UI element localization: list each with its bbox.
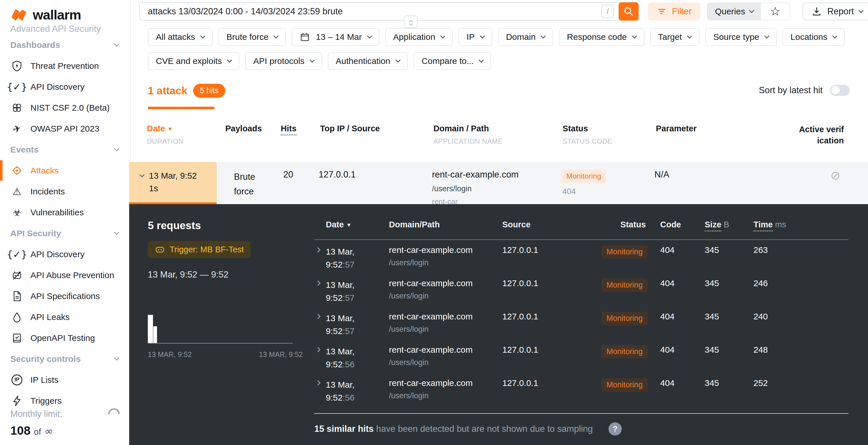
- shield-bolt-icon: [11, 60, 23, 72]
- sidebar-item-nist-csf[interactable]: NIST CSF 2.0 (Beta): [0, 97, 130, 118]
- filter-chip-ip[interactable]: IP: [458, 28, 492, 46]
- chevron-down-icon: [274, 33, 279, 38]
- search-icon: [623, 6, 634, 17]
- sidebar-item-owasp-api[interactable]: ✈ OWASP API 2023: [0, 118, 130, 139]
- sidebar-item-ip-lists[interactable]: IP IP Lists: [0, 369, 130, 390]
- nav-section-security-controls[interactable]: Security controls: [0, 348, 130, 369]
- sidebar-item-api-discovery-2[interactable]: {✓} API Discovery: [0, 244, 130, 265]
- requests-table-header: Date ▼ Domain/Path Source Status Code Si…: [314, 220, 848, 240]
- sidebar-item-api-discovery[interactable]: {✓} API Discovery: [0, 76, 130, 97]
- sidebar-item-api-leaks[interactable]: API Leaks: [0, 307, 130, 328]
- req-column-source: Source: [502, 220, 601, 229]
- sidebar-item-threat-prevention[interactable]: Threat Prevention: [0, 55, 130, 76]
- filter-chip-brute-force[interactable]: Brute force: [218, 28, 286, 46]
- request-row[interactable]: 13 Mar, 9:52:57 rent-car-example.com /us…: [314, 245, 848, 278]
- search-input[interactable]: [148, 6, 601, 16]
- filter-chip-locations[interactable]: Locations: [782, 28, 845, 46]
- chevron-right-icon: [315, 347, 320, 352]
- paper-plane-icon: ✈: [9, 121, 24, 136]
- queries-button[interactable]: Queries: [708, 3, 761, 20]
- status-badge: Monitoring: [601, 378, 648, 392]
- filter-chip-api-protocols[interactable]: API protocols: [245, 52, 322, 70]
- attack-row[interactable]: 13 Mar, 9:52 1s Brute force 20 127.0.0.1…: [129, 162, 868, 204]
- req-column-time[interactable]: Time ms: [748, 220, 848, 229]
- req-column-size[interactable]: Size B: [699, 220, 748, 229]
- filter-chip-source-type[interactable]: Source type: [705, 28, 777, 46]
- attack-detail-panel: 5 requests Trigger: MB BF-Test 13 Mar, 9…: [129, 204, 868, 445]
- axis-label-right: 13 MAR, 9:52: [259, 350, 303, 359]
- request-row[interactable]: 13 Mar, 9:52:56 rent-car-example.com /us…: [314, 378, 848, 411]
- sidebar-item-vulnerabilities[interactable]: ☣ Vulnerabilities: [0, 202, 130, 223]
- divider: [314, 413, 848, 414]
- attack-date-cell[interactable]: 13 Mar, 9:52 1s: [129, 162, 217, 206]
- filter-button[interactable]: Filter: [648, 3, 701, 20]
- status-badge: Monitoring: [601, 345, 648, 358]
- search-button[interactable]: [619, 2, 639, 21]
- chevron-right-icon: [315, 280, 320, 285]
- crosshair-icon: [11, 165, 23, 177]
- column-header-active-verification: Active verification: [798, 124, 844, 146]
- filter-chip-application[interactable]: Application: [385, 28, 453, 46]
- filter-chip-date-range[interactable]: 13 – 14 Mar: [291, 28, 379, 46]
- monthly-limit-used: 108: [10, 424, 30, 438]
- monthly-limit-of: of: [34, 427, 41, 437]
- attack-hits: 20: [276, 162, 319, 206]
- request-row[interactable]: 13 Mar, 9:52:57 rent-car-example.com /us…: [314, 312, 848, 345]
- chevron-down-icon: [309, 57, 315, 63]
- sort-toggle[interactable]: [830, 85, 849, 96]
- sidebar: wallarm Advanced API Security Dashboards…: [0, 0, 131, 445]
- trigger-badge[interactable]: Trigger: MB BF-Test: [148, 241, 251, 258]
- chevron-down-icon: [632, 33, 637, 38]
- sort-toggle-label: Sort by latest hit: [759, 85, 823, 96]
- nav-section-dashboards[interactable]: Dashboards: [0, 34, 130, 55]
- ip-circle-icon: IP: [11, 374, 23, 386]
- chevron-down-icon: [749, 8, 754, 13]
- attacks-table-header: Date ▼ DURATION Payloads Hits Top IP / S…: [131, 124, 868, 146]
- attack-parameter: N/A: [654, 162, 774, 206]
- robot-icon: [155, 244, 165, 254]
- column-header-domain: Domain / Path: [433, 124, 563, 133]
- filter-chip-compare-to[interactable]: Compare to...: [414, 52, 491, 70]
- report-button[interactable]: Report: [803, 3, 868, 20]
- filter-chip-authentication[interactable]: Authentication: [328, 52, 408, 70]
- sidebar-nav: Dashboards Threat Prevention {✓} API Dis…: [0, 34, 130, 411]
- attack-path: /users/login: [432, 184, 561, 193]
- brand[interactable]: wallarm: [0, 0, 130, 23]
- histogram-axis-labels: 13 MAR, 9:52 13 MAR, 9:52: [148, 350, 303, 359]
- status-badge: Monitoring: [601, 278, 648, 292]
- chevron-down-icon: [139, 172, 144, 177]
- attack-date: 13 Mar, 9:52: [149, 169, 197, 182]
- filter-chip-target[interactable]: Target: [650, 28, 700, 46]
- chevron-down-icon: [440, 33, 445, 38]
- calendar-icon: [300, 32, 310, 42]
- filter-chip-domain[interactable]: Domain: [498, 28, 553, 46]
- loading-spinner-icon: [106, 406, 122, 422]
- favorite-star-button[interactable]: ☆: [761, 3, 789, 20]
- help-button[interactable]: ?: [609, 422, 622, 436]
- nav-section-events[interactable]: Events: [0, 139, 130, 160]
- request-row[interactable]: 13 Mar, 9:52:57 rent-car-example.com /us…: [314, 278, 848, 312]
- requests-rows: 13 Mar, 9:52:57 rent-car-example.com /us…: [314, 245, 848, 411]
- chevron-down-icon: [479, 33, 485, 38]
- column-header-date[interactable]: Date ▼: [131, 124, 218, 133]
- histogram-bar: [148, 315, 153, 343]
- request-row[interactable]: 13 Mar, 9:52:56 rent-car-example.com /us…: [314, 345, 848, 378]
- search-expand-button[interactable]: [404, 15, 417, 28]
- nav-section-api-security[interactable]: API Security: [0, 223, 130, 244]
- filter-chip-all-attacks[interactable]: All attacks: [148, 28, 213, 46]
- sidebar-item-api-specifications[interactable]: API Specifications: [0, 285, 130, 307]
- sidebar-item-attacks[interactable]: Attacks: [0, 160, 130, 181]
- sidebar-item-api-abuse-prevention[interactable]: API Abuse Prevention: [0, 265, 130, 285]
- braces-check-icon: {✓}: [11, 81, 23, 93]
- sampling-note: 15 similar hits have been detected but a…: [314, 422, 848, 436]
- column-header-hits[interactable]: Hits: [281, 124, 297, 135]
- sidebar-item-incidents[interactable]: ⚠ Incidents: [0, 181, 130, 202]
- filter-chips-row1: All attacks Brute force 13 – 14 Mar Appl…: [148, 28, 845, 46]
- attack-domain: rent-car-example.com: [432, 169, 561, 180]
- chevron-right-icon: [315, 314, 320, 319]
- sidebar-item-openapi-testing[interactable]: OpenAPI Testing: [0, 328, 130, 348]
- chevron-down-icon: [764, 33, 769, 38]
- filter-chip-response-code[interactable]: Response code: [559, 28, 644, 46]
- filter-chip-cve-exploits[interactable]: CVE and exploits: [148, 52, 239, 70]
- req-column-date[interactable]: Date ▼: [314, 220, 389, 229]
